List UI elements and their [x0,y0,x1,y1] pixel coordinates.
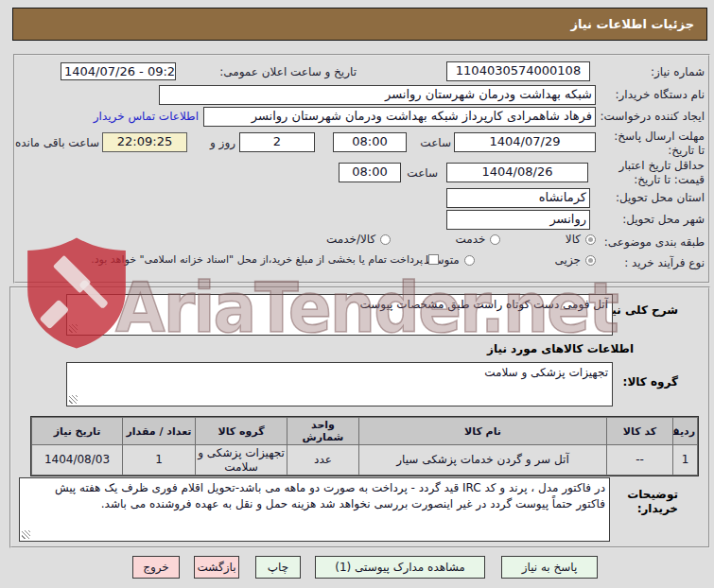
subject-option-goods-service[interactable]: کالا/خدمت [326,233,391,246]
reply-to-need-button[interactable]: پاسخ به نیاز [501,556,598,579]
treasury-payment-option[interactable]: پرداخت تمام یا بخشی از مبلغ خرید،از محل … [100,253,439,266]
cell-unit: عدد [287,445,359,476]
goods-group-label: گروه کالا: [623,375,678,389]
checkbox-icon[interactable] [428,254,439,265]
col-item-name: نام کالا [359,418,607,445]
goods-group-textarea[interactable]: تجهیزات پزشکی و سلامت [66,362,613,406]
items-section-heading: اطلاعات کالاهای مورد نیاز [487,342,634,355]
creator-label: ایجاد کننده درخواست: [600,110,705,123]
price-validity-date-input[interactable]: 1404/08/26 [446,163,588,182]
col-row-number: ردیف [673,418,698,445]
reply-hour-label: ساعت [420,136,451,149]
table-header-row: ردیف کد کالا نام کالا واحد شمارش گروه کا… [32,418,698,445]
price-validity-label: حداقل تاریخ اعتبار قیمت: تا تاریخ: [601,159,705,187]
col-item-code: کد کالا [607,418,673,445]
need-number-input[interactable]: 1104030574000108 [446,61,590,81]
cell-item-name: آتل سر و گردن خدمات پزشکی سیار [359,445,607,476]
cell-need-date: 1404/08/03 [32,445,123,476]
col-group: گروه کالا [196,418,287,445]
reply-hour-input[interactable]: 08:00 [333,132,407,152]
radio-icon[interactable] [464,255,475,266]
print-button[interactable]: چاپ [255,556,301,579]
countdown-timer: 22:09:25 [102,132,187,152]
cell-row-number: 1 [673,445,698,476]
radio-icon[interactable] [380,234,391,245]
page-title: جزئیات اطلاعات نیاز [12,8,707,41]
announce-datetime-input[interactable]: 1404/07/26 - 09:21 [61,62,176,80]
city-label: شهر محل تحویل: [622,213,705,226]
view-attached-docs-button[interactable]: مشاهده مدارک پیوستی (1) [315,556,485,579]
cell-quantity: 1 [123,445,196,476]
resize-grip-icon[interactable] [69,395,78,404]
purchase-option-minor[interactable]: جزیی [555,253,596,267]
buyer-notes-label: توضیحات خریدار: [610,488,678,516]
radio-icon[interactable] [490,234,500,245]
col-unit: واحد شمارش [287,418,359,445]
back-button[interactable]: بازگشت [194,556,239,579]
buyer-notes-textarea[interactable]: در فاکتور مدل ، پرند و کد IRC قید گردد -… [19,477,610,542]
price-validity-hour-label: ساعت [407,166,438,180]
resize-grip-icon[interactable] [22,530,30,539]
city-input[interactable]: روانسر [446,210,590,230]
days-left-input: 2 [239,132,315,152]
table-row: 1 -- آتل سر و گردن خدمات پزشکی سیار عدد … [32,445,698,476]
cell-item-code: -- [607,445,673,476]
subject-class-label: طبقه بندی موضوعی: [604,235,705,249]
cell-group: تجهیزات پزشکی و سلامت [196,445,287,476]
buyer-contact-link[interactable]: اطلاعات تماس خریدار [94,110,199,123]
buyer-org-input[interactable]: شبکه بهداشت ودرمان شهرستان روانسر [159,85,596,105]
col-quantity: تعداد / مقدار [123,418,196,445]
radio-icon[interactable] [585,255,596,266]
exit-button[interactable]: خروج [132,556,180,579]
tender-detail-page: جزئیات اطلاعات نیاز شماره نیاز: 11040305… [0,0,714,588]
need-number-label: شماره نیاز: [651,65,705,78]
purchase-type-label: نوع فرآیند خرید : [624,256,705,269]
reply-deadline-date-input[interactable]: 1404/07/29 [454,132,596,152]
radio-icon[interactable] [585,234,596,245]
col-need-date: تاریخ نیاز [32,418,123,445]
buyer-org-label: نام دستگاه خریدار: [616,88,705,101]
reply-deadline-label: مهلت ارسال پاسخ: تا تاریخ: [607,130,705,158]
items-table: ردیف کد کالا نام کالا واحد شمارش گروه کا… [30,416,699,476]
resize-grip-icon[interactable] [69,324,78,333]
hours-remaining-label: ساعت باقی مانده [15,136,99,149]
days-left-label: روز و [210,136,235,149]
province-input[interactable]: کرمانشاه [446,188,590,208]
announce-datetime-label: تاریخ و ساعت اعلان عمومی: [219,65,357,78]
subject-option-service[interactable]: خدمت [456,233,501,246]
subject-class-options: کالا خدمت کالا/خدمت [326,233,596,246]
price-validity-hour-input[interactable]: 08:00 [339,163,401,182]
need-desc-textarea[interactable]: آتل فومی دست کوتاه راست طبق مشخصات پیوست [66,294,613,336]
subject-option-goods[interactable]: کالا [566,233,596,246]
creator-input[interactable]: فرهاد شاهمرادی کارپرداز شبکه بهداشت ودرم… [203,107,596,127]
province-label: استان محل تحویل: [616,191,705,204]
purchase-type-options: جزیی متوسط [424,253,596,267]
